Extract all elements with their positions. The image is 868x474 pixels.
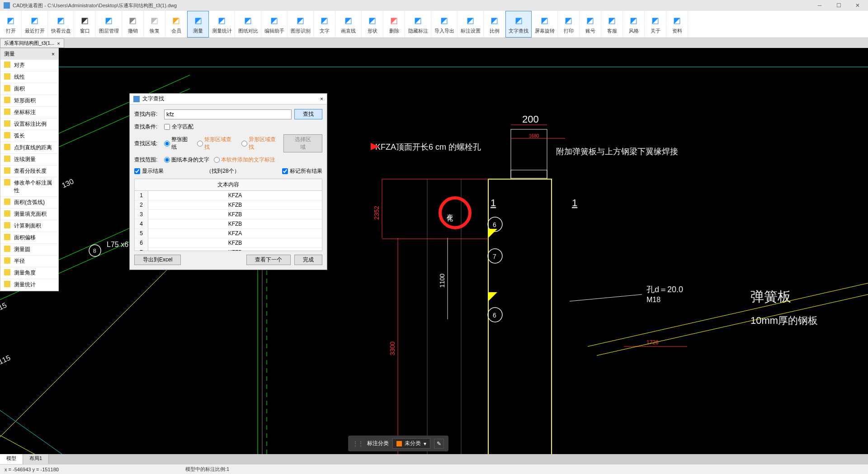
sidebar-item-面积偏移[interactable]: 面积偏移 [0,232,58,244]
toolbar-图纸对比[interactable]: ◩图纸对比 [235,11,261,38]
find-button[interactable]: 查找 [294,109,322,119]
checkbox-mark-all[interactable]: 标记所有结果 [282,167,322,175]
sidebar-item-坐标标注[interactable]: 坐标标注 [0,107,58,118]
sidebar-item-计算剩面积[interactable]: 计算剩面积 [0,220,58,232]
main-toolbar: ◩打开◩最近打开◩快看云盘◩窗口◩图层管理◩撤销◩恢复◩会员◩测量◩测量统计◩图… [0,11,868,38]
sidebar-item-测量圆[interactable]: 测量圆 [0,244,58,256]
toolbar-账号[interactable]: ◩账号 [580,11,601,38]
close-button[interactable]: ✕ [851,1,864,10]
dim-1726: 1726 [646,339,659,346]
table-row[interactable]: 2KFZB [135,200,322,210]
radio-irregular-region[interactable]: 异形区域查找 [241,136,281,151]
edit-icon[interactable]: ✎ [434,439,444,449]
done-button[interactable]: 完成 [294,255,322,265]
toolbar-图形识别[interactable]: ◩图形识别 [288,11,314,38]
sidebar-item-设置标注比例[interactable]: 设置标注比例 [0,118,58,130]
radio-whole-drawing[interactable]: 整张图纸 [164,136,193,151]
class-dropdown[interactable]: 未分类 ▾ [392,438,430,449]
toolbar-画直线[interactable]: ◩画直线 [335,11,362,38]
sidebar-item-对齐[interactable]: 对齐 [0,60,58,71]
find-input[interactable] [164,109,292,119]
sidebar-item-测量统计[interactable]: 测量统计 [0,279,58,291]
toolbar-比例[interactable]: ◩比例 [484,11,505,38]
toolbar-隐藏标注[interactable]: ◩隐藏标注 [405,11,431,38]
撤销-icon: ◩ [127,14,139,27]
toolbar-最近打开[interactable]: ◩最近打开 [22,11,48,38]
toolbar-导入导出[interactable]: ◩导入导出 [431,11,458,38]
toolbar-关于[interactable]: ◩关于 [645,11,666,38]
toolbar-快看云盘[interactable]: ◩快看云盘 [48,11,74,38]
toolbar-打印[interactable]: ◩打印 [558,11,580,38]
radio-rect-region[interactable]: 矩形区域查找 [197,136,236,151]
checkbox-fullmatch[interactable]: 全字匹配 [164,123,193,131]
toolbar-客服[interactable]: ◩客服 [601,11,623,38]
toolbar-编辑助手[interactable]: ◩编辑助手 [261,11,288,38]
maximize-button[interactable]: ☐ [832,1,845,10]
sidebar-item-矩形面积[interactable]: 矩形面积 [0,95,58,107]
result-table: 文本内容 1KFZA2KFZB3KFZB4KFZB5KFZA6KFZB7KFZB [134,179,322,251]
sidebar-item-半径[interactable]: 半径 [0,256,58,267]
toolbar-文字[interactable]: ◩文字 [314,11,335,38]
toolbar-标注设置[interactable]: ◩标注设置 [458,11,484,38]
toolbar-形状[interactable]: ◩形状 [362,11,383,38]
view-next-button[interactable]: 查看下一个 [246,255,291,265]
toolbar-撤销[interactable]: ◩撤销 [122,11,144,38]
toolbar-窗口[interactable]: ◩窗口 [74,11,96,38]
label-hole: 孔d＝20.0 [646,285,683,294]
checkbox-show-result[interactable]: 显示结果 [134,167,164,175]
sidebar-item-测量角度[interactable]: 测量角度 [0,267,58,279]
toolbar-label: 形状 [368,28,377,34]
toolbar-文字查找[interactable]: ◩文字查找 [505,11,532,38]
select-region-button[interactable]: 选择区域 [283,134,322,152]
toolbar-屏幕旋转[interactable]: ◩屏幕旋转 [532,11,558,38]
dialog-title-bar[interactable]: 文字查找 × [130,94,327,104]
close-icon[interactable]: × [52,51,55,57]
radio-software-text[interactable]: 本软件添加的文字标注 [214,156,275,164]
minimize-button[interactable]: ─ [813,1,826,10]
table-row[interactable]: 1KFZA [135,191,322,200]
doc-tab[interactable]: 乐通车间结构图_t3(1... × [0,38,64,48]
close-icon[interactable]: × [320,96,323,102]
toolbar-会员[interactable]: ◩会员 [165,11,187,38]
row-number: 5 [135,229,148,238]
sidebar-item-测量填充面积[interactable]: 测量填充面积 [0,209,58,220]
toolbar-恢复[interactable]: ◩恢复 [144,11,165,38]
dialog-title: 文字查找 [142,95,164,103]
tab-model[interactable]: 模型 [0,454,23,464]
circle-8: 8 [93,248,96,254]
toolbar-图层管理[interactable]: ◩图层管理 [96,11,122,38]
measure-panel-title: 测量 [4,50,15,58]
toolbar-label: 风格 [629,28,639,34]
export-excel-button[interactable]: 导出到Excel [134,255,181,265]
toolbar-删除[interactable]: ◩删除 [383,11,405,38]
table-row[interactable]: 5KFZA [135,229,322,238]
table-row[interactable]: 6KFZB [135,238,322,248]
toolbar-风格[interactable]: ◩风格 [623,11,645,38]
measure-panel-header: 测量 × [0,48,58,60]
radio-dwg-text[interactable]: 图纸本身的文字 [164,156,209,164]
toolbar-label: 客服 [607,28,617,34]
sidebar-item-面积[interactable]: 面积 [0,83,58,95]
label-find-scope: 查找范围: [134,156,161,164]
annotation-class-pill[interactable]: ⋮⋮ 标注分类 未分类 ▾ ✎ [348,436,448,451]
sidebar-item-点到直线的距离[interactable]: 点到直线的距离 [0,142,58,154]
toolbar-测量统计[interactable]: ◩测量统计 [209,11,235,38]
tab-layout1[interactable]: 布局1 [23,454,49,464]
sidebar-item-连续测量[interactable]: 连续测量 [0,154,58,166]
sidebar-item-弧长[interactable]: 弧长 [0,130,58,142]
row-number: 7 [135,248,148,251]
sidebar-item-查看分段长度[interactable]: 查看分段长度 [0,166,58,177]
sidebar-item-面积(含弧线)[interactable]: 面积(含弧线) [0,197,58,209]
打印-icon: ◩ [562,14,575,27]
table-row[interactable]: 4KFZB [135,219,322,229]
sidebar-item-修改单个标注属性[interactable]: 修改单个标注属性 [0,177,58,197]
grip-icon[interactable]: ⋮⋮ [353,441,363,447]
图纸对比-icon: ◩ [242,14,255,27]
toolbar-打开[interactable]: ◩打开 [0,11,22,38]
toolbar-资料[interactable]: ◩资料 [666,11,688,38]
sidebar-item-线性[interactable]: 线性 [0,71,58,83]
table-row[interactable]: 3KFZB [135,210,322,219]
table-row[interactable]: 7KFZB [135,248,322,251]
close-icon[interactable]: × [57,41,60,46]
toolbar-测量[interactable]: ◩测量 [187,11,209,38]
